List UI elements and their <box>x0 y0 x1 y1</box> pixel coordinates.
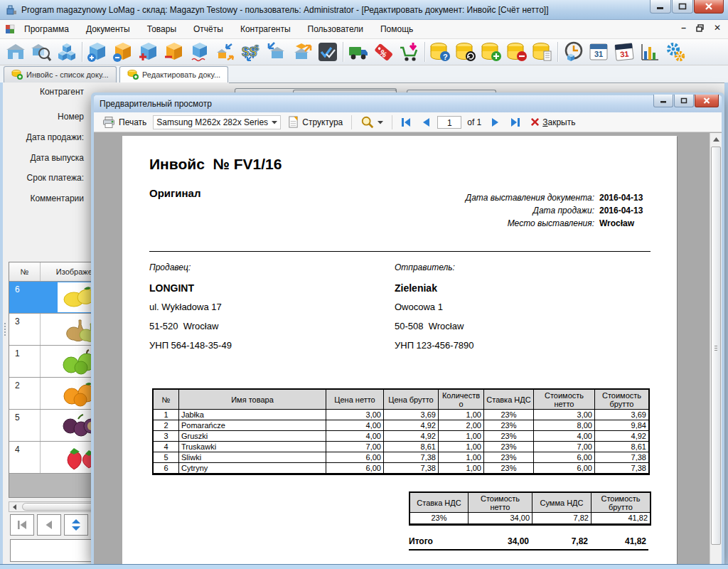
tab-edit-document-label: Редактировать доку... <box>142 70 220 79</box>
next-page-button[interactable] <box>487 116 503 129</box>
item-cell: 5 <box>154 452 179 463</box>
meta-value: 2016-04-13 <box>599 206 651 216</box>
contractor-label: Контрагент <box>6 87 84 97</box>
svg-text:$: $ <box>255 43 259 52</box>
close-button[interactable] <box>694 0 724 14</box>
mdi-minimize-icon[interactable]: – <box>681 23 686 33</box>
item-cell: 7,00 <box>326 442 384 452</box>
structure-button[interactable]: Структура <box>284 114 346 130</box>
nav-sort-button[interactable] <box>64 514 88 536</box>
preview-vertical-scrollbar[interactable] <box>710 133 722 565</box>
menu-program[interactable]: Программа <box>16 21 77 37</box>
menu-documents[interactable]: Документы <box>77 21 139 37</box>
menu-contractors[interactable]: Контрагенты <box>232 21 299 37</box>
item-cell: 7,38 <box>384 452 439 463</box>
menu-goods[interactable]: Товары <box>139 21 185 37</box>
menubar: Программа Документы Товары Отчёты Контра… <box>0 20 728 39</box>
printer-icon <box>102 115 116 129</box>
document-remove-icon[interactable] <box>110 40 136 65</box>
document-edit-icon[interactable] <box>187 40 213 65</box>
goods-icon[interactable] <box>54 40 80 65</box>
mdi-restore-icon[interactable] <box>696 24 704 32</box>
delivery-truck-icon[interactable] <box>346 40 371 65</box>
first-page-button[interactable] <box>397 116 415 129</box>
warehouse-icon[interactable] <box>3 40 28 65</box>
nav-prev-button[interactable] <box>37 514 61 536</box>
coins-add-icon[interactable] <box>478 40 504 65</box>
item-cell: 4,92 <box>384 420 439 431</box>
coins-exchange-icon[interactable] <box>453 40 478 65</box>
calendar-blue-icon[interactable]: 31 <box>586 40 611 65</box>
item-cell: 23% <box>484 410 534 420</box>
document-add-icon[interactable] <box>85 40 110 65</box>
discount-tag-icon[interactable]: % <box>371 40 397 65</box>
coins-report-icon[interactable] <box>530 40 555 65</box>
item-cell: 6,00 <box>534 452 595 463</box>
vat-header: Ставка НДС <box>410 493 469 513</box>
items-header: Стоимость брутто <box>595 390 648 410</box>
menu-reports[interactable]: Отчёты <box>185 21 232 37</box>
settings-gears-icon[interactable] <box>663 40 688 65</box>
minimize-button[interactable] <box>650 0 671 14</box>
document-icon <box>287 115 299 129</box>
goods-issue-icon[interactable] <box>289 40 315 65</box>
tab-edit-document[interactable]: Редактировать доку... <box>119 66 228 83</box>
lomag-menu-icon <box>4 23 16 35</box>
coins-query-icon[interactable]: ? <box>427 40 453 65</box>
page-number-input[interactable]: 1 <box>437 116 461 129</box>
grid-col-num[interactable]: № <box>9 262 41 281</box>
item-cell: 1,00 <box>439 463 484 474</box>
close-preview-button[interactable]: Закрыть <box>527 116 579 129</box>
vat-summary-table: Ставка НДС Стоимость нетто Сумма НДС Сто… <box>409 491 651 526</box>
zoom-button[interactable] <box>357 114 387 131</box>
items-header: Цена нетто <box>326 390 384 410</box>
tab-invoice-list[interactable]: Инвойс - список доку... <box>4 66 117 83</box>
payment-due-label: Срок платежа: <box>6 173 84 183</box>
warehouse-transfer-icon[interactable] <box>213 40 238 65</box>
bar-chart-icon[interactable] <box>637 40 663 65</box>
issue-date-label: Дата выпуска <box>6 153 84 163</box>
maximize-button[interactable] <box>672 0 693 14</box>
printer-select[interactable]: Samsung M262x 282x Series <box>153 115 281 129</box>
close-preview-label: Закрыть <box>542 117 575 127</box>
invoice-meta: Дата выставления документа:2016-04-13 Да… <box>466 193 651 231</box>
item-cell: 7,38 <box>384 463 439 474</box>
item-cell: 4,92 <box>595 431 648 442</box>
total-label: Итого <box>409 536 467 546</box>
last-page-button[interactable] <box>506 116 524 129</box>
scroll-left-icon[interactable] <box>9 502 21 511</box>
item-cell: 4,00 <box>326 420 384 431</box>
dialog-close-button[interactable] <box>695 95 719 107</box>
invoice-page: Инвойс № FV1/16 Оригинал Дата выставлени… <box>122 136 677 565</box>
inventory-icon[interactable] <box>315 40 341 65</box>
items-header: Ставка НДС <box>484 390 534 410</box>
item-add-icon[interactable] <box>136 40 161 65</box>
mdi-close-icon[interactable]: ✕ <box>714 23 721 33</box>
dialog-maximize-button[interactable] <box>674 95 694 107</box>
chevron-down-icon <box>272 120 277 124</box>
item-cell: Truskawki <box>179 442 326 452</box>
scrollbar-thumb[interactable] <box>711 147 721 545</box>
item-remove-icon[interactable] <box>161 40 187 65</box>
print-button[interactable]: Печать <box>98 114 150 131</box>
purchase-cart-icon[interactable] <box>397 40 422 65</box>
vat-header: Сумма НДС <box>532 493 592 513</box>
menu-help[interactable]: Помощь <box>372 21 422 37</box>
coins-remove-icon[interactable] <box>504 40 530 65</box>
sender-block: Отправитель: Zieleniak Owocowa 1 50-508 … <box>395 262 608 359</box>
prev-page-button[interactable] <box>418 116 434 129</box>
meta-label: Место выставления: <box>508 218 594 228</box>
invoice-items-table: № Имя товара Цена нетто Цена брутто Коли… <box>152 388 650 475</box>
history-clock-icon[interactable] <box>560 40 586 65</box>
goods-receive-icon[interactable] <box>264 40 289 65</box>
warehouse-search-icon[interactable] <box>28 40 54 65</box>
money-icon[interactable]: $$$ <box>238 40 264 65</box>
dialog-minimize-button[interactable] <box>653 95 673 107</box>
scroll-up-icon[interactable] <box>710 133 722 145</box>
sender-taxid: УНП 123-456-7890 <box>395 340 608 359</box>
item-cell: 4,00 <box>326 431 384 442</box>
calendar-red-icon[interactable]: 31 <box>611 40 637 65</box>
item-cell: 23% <box>484 420 534 431</box>
nav-first-button[interactable] <box>10 514 34 536</box>
menu-users[interactable]: Пользователи <box>299 21 372 37</box>
